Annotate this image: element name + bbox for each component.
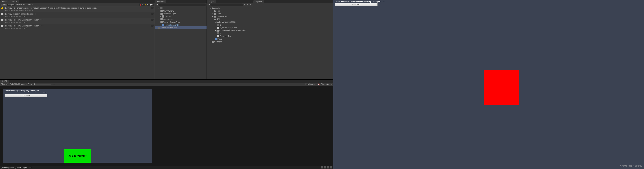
folder-item[interactable]: ▸Mirror: [207, 12, 253, 15]
log-text: [17:19:13] [Telepathy] Starting server o…: [4, 25, 150, 30]
play-focused-dropdown[interactable]: Play Focused: [306, 83, 316, 85]
scene-item[interactable]: 1: [207, 24, 253, 26]
scene-item[interactable]: 2: [207, 32, 253, 35]
script-item[interactable]: CommandTest: [207, 35, 253, 38]
warning-count[interactable]: 3: [144, 4, 149, 6]
green-command-box: 所有客户端执行: [64, 149, 91, 163]
collapse-toggle[interactable]: Collapse: [7, 4, 14, 6]
folder-item[interactable]: ▼测试: [207, 18, 253, 21]
tab-project[interactable]: Project: [207, 0, 216, 3]
tab-hierarchy[interactable]: Hierarchy: [155, 0, 166, 3]
status-icon[interactable]: [321, 166, 323, 168]
error-count[interactable]: 0: [139, 4, 144, 6]
hidden-icon[interactable]: 👁: [250, 4, 252, 6]
log-count: 1: [151, 7, 154, 9]
hierarchy-tree[interactable]: ▼2 Main Camera Directional Light ▸Canvas…: [155, 6, 206, 80]
project-panel: Project +▾ ◉ ◆ 👁 ▼Assets ▸Font ▸Mirror ▸…: [207, 0, 253, 80]
scale-value: 1x: [52, 83, 54, 85]
folder-item[interactable]: ▸TextMesh Pro: [207, 15, 253, 18]
hierarchy-item[interactable]: SyncVarChangeColor: [155, 21, 206, 24]
red-player-square: [484, 70, 519, 105]
hierarchy-search[interactable]: [158, 4, 206, 6]
create-dropdown[interactable]: +▾: [156, 4, 158, 6]
client-game-window[interactable]: Client: connected to localhost via Telep…: [334, 0, 644, 169]
hierarchy-item[interactable]: ▸Canvas: [155, 15, 206, 18]
info-count[interactable]: 3: [149, 4, 154, 6]
status-icon[interactable]: [327, 166, 329, 168]
scene-root[interactable]: ▼2: [155, 7, 206, 10]
folder-icon: [214, 12, 216, 15]
clear-button[interactable]: Clear: [1, 4, 7, 6]
folder-icon: [214, 10, 216, 12]
status-icon[interactable]: [324, 166, 326, 168]
tab-inspector[interactable]: Inspector: [253, 0, 264, 3]
prefab-item[interactable]: Player: [207, 38, 253, 40]
folder-icon: [216, 21, 219, 23]
client-status: Client: connected to localhost via Telep…: [335, 1, 386, 6]
assets-folder[interactable]: ▼Assets: [207, 7, 253, 10]
folder-item[interactable]: ▸Font: [207, 10, 253, 12]
game-view[interactable]: Server: running via Telepathy Server por…: [3, 89, 152, 163]
project-search[interactable]: [210, 4, 243, 6]
unity-editor: Scene Console Clear Collapse Error Pause…: [0, 0, 334, 169]
prefab-icon: [162, 24, 164, 26]
gameobject-icon: [160, 18, 162, 20]
scale-slider[interactable]: [34, 84, 51, 84]
log-text: [17:19:06] TelepathyTransport initialize…: [4, 13, 150, 18]
game-toolbar: Display 1 Pad (800:400 Aspect) Scale 1x …: [0, 83, 334, 86]
project-tab-bar: Project: [207, 0, 253, 3]
game-panel: Game Display 1 Pad (800:400 Aspect) Scal…: [0, 80, 334, 169]
scene-icon: [160, 7, 162, 9]
hierarchy-item[interactable]: EventSystem: [155, 18, 206, 21]
project-tree[interactable]: ▼Assets ▸Font ▸Mirror ▸TextMesh Pro ▼测试 …: [207, 6, 253, 80]
scale-label: Scale: [28, 83, 32, 85]
info-icon: [1, 19, 4, 21]
script-icon: [217, 27, 219, 29]
gizmos-toggle[interactable]: Gizmos: [326, 83, 332, 85]
log-text: [17:19:06] No Transport assigned to Netw…: [4, 7, 150, 12]
filter-icon[interactable]: ◉: [244, 4, 246, 6]
folder-item[interactable]: ▼1、SyncVar同步测试: [207, 21, 253, 24]
script-item[interactable]: SyncVarChangeColor: [207, 26, 253, 29]
stats-toggle[interactable]: Stats: [321, 83, 325, 85]
log-text: [17:19:13] [Telepathy] Starting server o…: [4, 19, 150, 24]
status-icon[interactable]: [330, 166, 332, 168]
hierarchy-panel: Hierarchy +▾ ▼2 Main Camera Directional …: [155, 0, 207, 80]
log-entry[interactable]: [17:19:06] No Transport assigned to Netw…: [0, 6, 155, 12]
gameobject-icon: [162, 16, 164, 18]
create-dropdown[interactable]: +▾: [208, 4, 210, 6]
mute-toggle[interactable]: 🔇: [318, 83, 320, 85]
tab-scene[interactable]: Scene: [0, 0, 9, 3]
filter-icon[interactable]: ◆: [247, 4, 249, 6]
log-count: 1: [151, 25, 154, 27]
server-status: Server: running via Telepathy Server por…: [4, 90, 47, 97]
packages-folder[interactable]: ▸Packages: [207, 40, 253, 43]
stop-client-button[interactable]: Stop Client: [335, 3, 378, 6]
log-entry[interactable]: [17:19:13] [Telepathy] Starting server o…: [0, 24, 155, 30]
inspector-tab-bar: Inspector: [253, 0, 334, 3]
hierarchy-item[interactable]: Main Camera: [155, 10, 206, 12]
log-entry[interactable]: [17:19:13] [Telepathy] Starting server o…: [0, 18, 155, 24]
gameobject-icon: [160, 21, 162, 23]
status-bar: [Telepathy] Starting server on port 7777: [0, 166, 334, 169]
status-text: [Telepathy] Starting server on port 7777: [1, 166, 32, 168]
folder-item[interactable]: ▼2.Command客户端命令服务端执行: [207, 29, 253, 32]
log-list[interactable]: [17:19:06] No Transport assigned to Netw…: [0, 6, 155, 80]
error-icon: [140, 4, 142, 6]
display-dropdown[interactable]: Display 1: [1, 83, 8, 85]
script-icon: [217, 35, 219, 37]
folder-icon: [212, 41, 214, 43]
hierarchy-item[interactable]: DontDestroyOnLoad: [155, 26, 206, 29]
aspect-dropdown[interactable]: Pad (800:400 Aspect): [10, 83, 26, 85]
error-pause-toggle[interactable]: Error Pause: [16, 4, 26, 6]
tab-console[interactable]: Console: [9, 0, 19, 3]
scene-icon: [217, 24, 219, 26]
game-tab-bar: Game: [0, 80, 334, 83]
log-entry[interactable]: [17:19:06] TelepathyTransport initialize…: [0, 12, 155, 18]
tab-game[interactable]: Game: [0, 80, 8, 83]
editor-dropdown[interactable]: Editor ▾: [26, 4, 33, 6]
warning-icon: [145, 4, 147, 6]
stop-server-button[interactable]: Stop Server: [4, 94, 47, 97]
hierarchy-item[interactable]: ▸Player [connId=1]: [155, 24, 206, 26]
hierarchy-item[interactable]: Directional Light: [155, 12, 206, 15]
